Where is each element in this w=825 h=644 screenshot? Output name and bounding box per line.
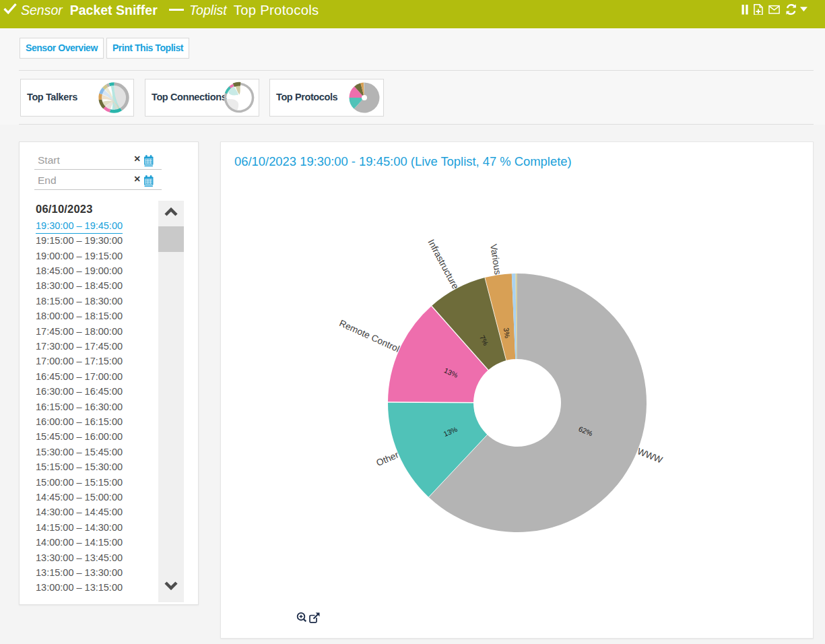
svg-text:WWW: WWW — [636, 446, 664, 465]
svg-text:Remote Control: Remote Control — [337, 318, 401, 354]
svg-text:Various: Various — [488, 243, 503, 276]
svg-text:3%: 3% — [502, 327, 512, 339]
svg-text:Infrastructure: Infrastructure — [426, 238, 461, 291]
svg-text:Other: Other — [375, 449, 401, 468]
